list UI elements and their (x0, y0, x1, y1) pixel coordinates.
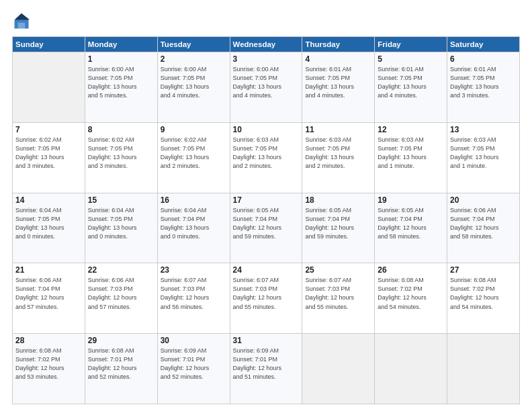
day-info: Sunrise: 6:00 AM Sunset: 7:05 PM Dayligh… (88, 65, 154, 100)
calendar-cell: 8Sunrise: 6:02 AM Sunset: 7:05 PM Daylig… (85, 122, 157, 193)
day-number: 20 (450, 195, 517, 205)
day-number: 22 (88, 265, 154, 275)
calendar-cell: 6Sunrise: 6:01 AM Sunset: 7:05 PM Daylig… (447, 52, 520, 123)
col-header-friday: Friday (375, 37, 447, 52)
day-number: 25 (305, 265, 371, 275)
day-number: 17 (233, 195, 300, 205)
day-info: Sunrise: 6:07 AM Sunset: 7:03 PM Dayligh… (305, 276, 371, 311)
calendar-cell: 3Sunrise: 6:00 AM Sunset: 7:05 PM Daylig… (230, 52, 302, 123)
day-number: 9 (161, 125, 227, 134)
calendar-cell: 25Sunrise: 6:07 AM Sunset: 7:03 PM Dayli… (302, 263, 375, 334)
calendar-cell: 28Sunrise: 6:08 AM Sunset: 7:02 PM Dayli… (13, 334, 85, 404)
calendar-cell: 17Sunrise: 6:05 AM Sunset: 7:04 PM Dayli… (230, 193, 302, 263)
day-number: 11 (305, 125, 371, 134)
col-header-thursday: Thursday (302, 37, 375, 52)
logo-icon (12, 12, 31, 31)
calendar-cell (302, 334, 375, 404)
day-number: 19 (378, 195, 444, 205)
week-row-5: 28Sunrise: 6:08 AM Sunset: 7:02 PM Dayli… (13, 334, 520, 404)
calendar-cell: 13Sunrise: 6:03 AM Sunset: 7:05 PM Dayli… (447, 122, 520, 193)
day-number: 29 (88, 336, 154, 345)
calendar-cell: 30Sunrise: 6:09 AM Sunset: 7:01 PM Dayli… (157, 334, 230, 404)
calendar-cell: 31Sunrise: 6:09 AM Sunset: 7:01 PM Dayli… (230, 334, 302, 404)
header (12, 12, 520, 31)
day-number: 23 (161, 265, 227, 275)
day-info: Sunrise: 6:08 AM Sunset: 7:02 PM Dayligh… (450, 276, 517, 311)
day-number: 24 (233, 265, 300, 275)
calendar-cell: 2Sunrise: 6:00 AM Sunset: 7:05 PM Daylig… (157, 52, 230, 123)
week-row-2: 7Sunrise: 6:02 AM Sunset: 7:05 PM Daylig… (13, 122, 520, 193)
day-info: Sunrise: 6:07 AM Sunset: 7:03 PM Dayligh… (233, 276, 300, 311)
day-info: Sunrise: 6:04 AM Sunset: 7:05 PM Dayligh… (88, 206, 154, 241)
calendar-cell: 4Sunrise: 6:01 AM Sunset: 7:05 PM Daylig… (302, 52, 375, 123)
day-info: Sunrise: 6:08 AM Sunset: 7:02 PM Dayligh… (378, 276, 444, 311)
calendar-cell (13, 52, 85, 123)
day-info: Sunrise: 6:03 AM Sunset: 7:05 PM Dayligh… (305, 136, 371, 171)
day-number: 14 (15, 195, 82, 205)
day-number: 21 (15, 265, 82, 275)
day-info: Sunrise: 6:01 AM Sunset: 7:05 PM Dayligh… (305, 65, 371, 100)
day-info: Sunrise: 6:06 AM Sunset: 7:04 PM Dayligh… (15, 276, 82, 311)
day-info: Sunrise: 6:01 AM Sunset: 7:05 PM Dayligh… (450, 65, 517, 100)
calendar-cell: 16Sunrise: 6:04 AM Sunset: 7:04 PM Dayli… (157, 193, 230, 263)
day-number: 28 (15, 336, 82, 345)
day-number: 8 (88, 125, 154, 134)
day-info: Sunrise: 6:08 AM Sunset: 7:02 PM Dayligh… (15, 347, 82, 381)
day-info: Sunrise: 6:00 AM Sunset: 7:05 PM Dayligh… (161, 65, 227, 100)
day-info: Sunrise: 6:03 AM Sunset: 7:05 PM Dayligh… (378, 136, 444, 171)
day-info: Sunrise: 6:03 AM Sunset: 7:05 PM Dayligh… (233, 136, 300, 171)
calendar-header-row: SundayMondayTuesdayWednesdayThursdayFrid… (13, 37, 520, 52)
day-info: Sunrise: 6:09 AM Sunset: 7:01 PM Dayligh… (161, 347, 227, 381)
day-number: 12 (378, 125, 444, 134)
day-info: Sunrise: 6:02 AM Sunset: 7:05 PM Dayligh… (161, 136, 227, 171)
calendar-cell (447, 334, 520, 404)
day-number: 18 (305, 195, 371, 205)
day-number: 26 (378, 265, 444, 275)
day-info: Sunrise: 6:08 AM Sunset: 7:01 PM Dayligh… (88, 347, 154, 381)
svg-marker-1 (15, 13, 30, 20)
page: SundayMondayTuesdayWednesdayThursdayFrid… (0, 0, 532, 411)
calendar-cell: 18Sunrise: 6:05 AM Sunset: 7:04 PM Dayli… (302, 193, 375, 263)
day-number: 27 (450, 265, 517, 275)
col-header-wednesday: Wednesday (230, 37, 302, 52)
day-number: 15 (88, 195, 154, 205)
day-number: 31 (233, 336, 300, 345)
day-info: Sunrise: 6:00 AM Sunset: 7:05 PM Dayligh… (233, 65, 300, 100)
day-info: Sunrise: 6:02 AM Sunset: 7:05 PM Dayligh… (15, 136, 82, 171)
col-header-monday: Monday (85, 37, 157, 52)
day-number: 2 (161, 54, 227, 64)
calendar-cell: 19Sunrise: 6:05 AM Sunset: 7:04 PM Dayli… (375, 193, 447, 263)
day-number: 13 (450, 125, 517, 134)
week-row-3: 14Sunrise: 6:04 AM Sunset: 7:05 PM Dayli… (13, 193, 520, 263)
calendar-cell: 5Sunrise: 6:01 AM Sunset: 7:05 PM Daylig… (375, 52, 447, 123)
day-number: 6 (450, 54, 517, 64)
day-number: 10 (233, 125, 300, 134)
calendar-cell: 23Sunrise: 6:07 AM Sunset: 7:03 PM Dayli… (157, 263, 230, 334)
calendar-cell: 1Sunrise: 6:00 AM Sunset: 7:05 PM Daylig… (85, 52, 157, 123)
day-info: Sunrise: 6:07 AM Sunset: 7:03 PM Dayligh… (161, 276, 227, 311)
day-number: 7 (15, 125, 82, 134)
day-info: Sunrise: 6:05 AM Sunset: 7:04 PM Dayligh… (233, 206, 300, 241)
day-info: Sunrise: 6:01 AM Sunset: 7:05 PM Dayligh… (378, 65, 444, 100)
calendar-cell: 22Sunrise: 6:06 AM Sunset: 7:03 PM Dayli… (85, 263, 157, 334)
calendar-cell: 7Sunrise: 6:02 AM Sunset: 7:05 PM Daylig… (13, 122, 85, 193)
calendar-cell: 9Sunrise: 6:02 AM Sunset: 7:05 PM Daylig… (157, 122, 230, 193)
day-info: Sunrise: 6:05 AM Sunset: 7:04 PM Dayligh… (378, 206, 444, 241)
calendar-cell: 21Sunrise: 6:06 AM Sunset: 7:04 PM Dayli… (13, 263, 85, 334)
day-number: 5 (378, 54, 444, 64)
calendar-table: SundayMondayTuesdayWednesdayThursdayFrid… (12, 36, 520, 404)
week-row-1: 1Sunrise: 6:00 AM Sunset: 7:05 PM Daylig… (13, 52, 520, 123)
calendar-cell: 29Sunrise: 6:08 AM Sunset: 7:01 PM Dayli… (85, 334, 157, 404)
day-info: Sunrise: 6:06 AM Sunset: 7:03 PM Dayligh… (88, 276, 154, 311)
calendar-cell: 26Sunrise: 6:08 AM Sunset: 7:02 PM Dayli… (375, 263, 447, 334)
day-info: Sunrise: 6:06 AM Sunset: 7:04 PM Dayligh… (450, 206, 517, 241)
calendar-cell: 14Sunrise: 6:04 AM Sunset: 7:05 PM Dayli… (13, 193, 85, 263)
calendar-cell: 20Sunrise: 6:06 AM Sunset: 7:04 PM Dayli… (447, 193, 520, 263)
calendar-cell: 10Sunrise: 6:03 AM Sunset: 7:05 PM Dayli… (230, 122, 302, 193)
day-number: 1 (88, 54, 154, 64)
col-header-saturday: Saturday (447, 37, 520, 52)
col-header-sunday: Sunday (13, 37, 85, 52)
day-info: Sunrise: 6:03 AM Sunset: 7:05 PM Dayligh… (450, 136, 517, 171)
calendar-cell: 12Sunrise: 6:03 AM Sunset: 7:05 PM Dayli… (375, 122, 447, 193)
calendar-cell: 11Sunrise: 6:03 AM Sunset: 7:05 PM Dayli… (302, 122, 375, 193)
